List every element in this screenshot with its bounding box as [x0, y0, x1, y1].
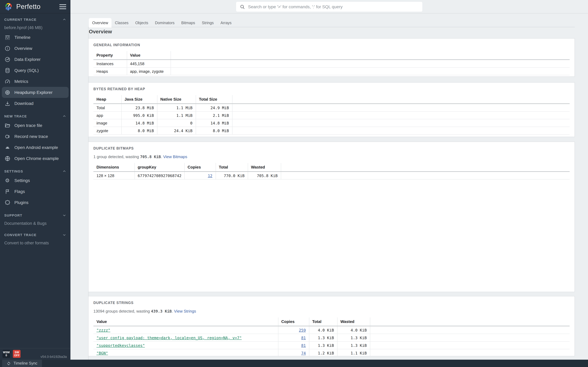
- column-header: groupKey: [134, 163, 184, 172]
- current-trace-filename: before.hprof (46 MB): [0, 23, 70, 32]
- sidebar-item-record-new-trace[interactable]: Record new trace: [0, 131, 70, 142]
- sidebar-item-data-explorer[interactable]: Data Explorer: [0, 54, 70, 65]
- tab-arrays[interactable]: Arrays: [217, 18, 235, 27]
- card-general-information: GENERAL INFORMATION Property Value Insta…: [88, 38, 575, 77]
- sidebar-item-label: Download: [14, 101, 34, 106]
- column-header: Total: [216, 163, 248, 172]
- sidebar-item-open-trace-file[interactable]: Open trace file: [0, 120, 70, 131]
- column-filler: [281, 163, 570, 172]
- sidebar-item-label: Query (SQL): [14, 68, 39, 73]
- column-header: Heap: [93, 95, 121, 104]
- string-value-link[interactable]: "BGN": [96, 351, 108, 355]
- general-information-table: Property Value Instances 445,158 Heaps a…: [93, 51, 570, 75]
- column-header: Copies: [184, 163, 216, 172]
- menu-icon[interactable]: [60, 4, 66, 9]
- card-duplicate-bitmaps: DUPLICATE BITMAPS 1 group detected, wast…: [88, 142, 575, 292]
- copies-link[interactable]: 12: [208, 173, 212, 178]
- page-title: Overview: [88, 29, 588, 34]
- native-size-cell: 24.4 KiB: [157, 127, 196, 134]
- data-explorer-icon: [4, 56, 10, 62]
- sidebar-item-label: Overview: [14, 46, 32, 51]
- search-box[interactable]: [236, 2, 422, 12]
- info-icon: [4, 45, 10, 51]
- tab-bitmaps[interactable]: Bitmaps: [178, 18, 199, 27]
- sidebar-item-settings[interactable]: ⚙ Settings: [0, 175, 70, 186]
- string-value-link[interactable]: "supportedkeyclasses": [96, 343, 145, 348]
- sidebar-item-download[interactable]: Download: [0, 98, 70, 109]
- column-header: Value: [127, 51, 171, 60]
- sidebar-item-label: Timeline: [14, 35, 30, 40]
- search-input[interactable]: [248, 4, 419, 9]
- section-header-label: SUPPORT: [4, 213, 22, 217]
- sidebar-item-label: Data Explorer: [14, 57, 41, 62]
- convert-trace-link[interactable]: Convert to other formats: [0, 239, 70, 247]
- string-value-link[interactable]: "user config payload: theme=dark, locale…: [96, 335, 242, 340]
- section-header-settings[interactable]: SETTINGS: [0, 167, 70, 175]
- copies-link[interactable]: 74: [301, 351, 306, 355]
- native-size-cell: 0: [157, 119, 196, 127]
- sidebar-nav: CURRENT TRACE before.hprof (46 MB) Timel…: [0, 13, 70, 348]
- wasted-cell: 1.3 KiB: [337, 342, 370, 349]
- tab-dominators[interactable]: Dominators: [152, 18, 178, 27]
- tab-strip: Overview Classes Objects Dominators Bitm…: [88, 18, 575, 27]
- timeline-sync-button[interactable]: Timeline Sync: [2, 360, 42, 367]
- heap-cell: zygote: [93, 127, 121, 134]
- sidebar-group-settings: SETTINGS ⚙ Settings Flags: [0, 167, 70, 208]
- sidebar-item-label: Flags: [14, 189, 25, 194]
- sidebar-item-label: Plugins: [14, 200, 28, 205]
- wsm-badge-line1: WSM: [3, 351, 10, 354]
- sidebar-item-overview[interactable]: Overview: [0, 43, 70, 54]
- card-title: BYTES RETAINED BY HEAP: [93, 87, 570, 92]
- total-cell: 1.2 KiB: [309, 349, 337, 356]
- total-cell: 4.0 KiB: [309, 326, 337, 334]
- sidebar-header: Perfetto: [0, 0, 70, 13]
- summary-size: 439.3 KiB: [151, 309, 172, 314]
- chevron-down-icon: [62, 213, 66, 217]
- tab-objects[interactable]: Objects: [132, 18, 152, 27]
- record-icon: [4, 133, 10, 140]
- total-size-cell: 2.1 MiB: [196, 111, 232, 119]
- duplicate-strings-summary: 13094 groups detected, wasting 439.3 KiB…: [93, 309, 570, 314]
- sidebar-item-open-chrome-example[interactable]: Open Chrome example: [0, 153, 70, 164]
- sidebar-item-flags[interactable]: Flags: [0, 186, 70, 197]
- table-row: Total 23.8 MiB 1.1 MiB 24.9 MiB: [93, 104, 570, 111]
- column-filler: [370, 317, 570, 326]
- tab-overview[interactable]: Overview: [89, 18, 112, 27]
- copies-link[interactable]: 259: [299, 328, 306, 332]
- total-size-cell: 24.9 MiB: [196, 104, 232, 111]
- tab-strings[interactable]: Strings: [199, 18, 217, 27]
- memory-chip-icon: [4, 89, 10, 95]
- view-strings-link[interactable]: View Strings: [174, 309, 196, 314]
- table-header-row: Value Copies Total Wasted: [93, 317, 570, 326]
- string-value-link[interactable]: "zzzz": [96, 328, 110, 332]
- support-docs-link[interactable]: Documentation & Bugs: [0, 219, 70, 227]
- sidebar-item-open-android-example[interactable]: Open Android example: [0, 142, 70, 153]
- table-row: Heaps app, image, zygote: [93, 67, 570, 75]
- summary-text: 13094 groups detected, wasting: [93, 309, 151, 314]
- section-header-support[interactable]: SUPPORT: [0, 212, 70, 219]
- sidebar-item-timeline[interactable]: Timeline: [0, 32, 70, 43]
- table-row: "zzzz" 259 4.0 KiB 4.0 KiB: [93, 326, 570, 334]
- search-icon: [240, 4, 245, 9]
- section-header-convert-trace[interactable]: CONVERT TRACE: [0, 231, 70, 239]
- heap-cell: image: [93, 119, 121, 127]
- wasted-cell: 1.1 KiB: [337, 349, 370, 356]
- wasted-cell: 4.0 KiB: [337, 326, 370, 334]
- sidebar-item-heapdump-explorer[interactable]: Heapdump Explorer: [2, 87, 69, 98]
- timeline-icon: [4, 34, 10, 40]
- total-size-cell: 14.8 MiB: [196, 119, 232, 127]
- copies-link[interactable]: 81: [301, 343, 306, 348]
- sidebar-item-plugins[interactable]: Plugins: [0, 197, 70, 208]
- tab-classes[interactable]: Classes: [112, 18, 132, 27]
- view-bitmaps-link[interactable]: View Bitmaps: [163, 154, 187, 159]
- section-header-new-trace[interactable]: NEW TRACE: [0, 113, 70, 120]
- section-header-current-trace[interactable]: CURRENT TRACE: [0, 16, 70, 23]
- sidebar-item-query-sql[interactable]: Query (SQL): [0, 65, 70, 76]
- sidebar-item-metrics[interactable]: Metrics: [0, 76, 70, 87]
- chevron-up-icon: [62, 18, 66, 21]
- duplicate-bitmaps-table: Dimensions groupKey Copies Total Wasted …: [93, 163, 570, 180]
- folder-open-icon: [4, 122, 10, 128]
- topbar: [70, 0, 588, 13]
- column-header: Wasted: [248, 163, 281, 172]
- copies-link[interactable]: 81: [301, 335, 306, 340]
